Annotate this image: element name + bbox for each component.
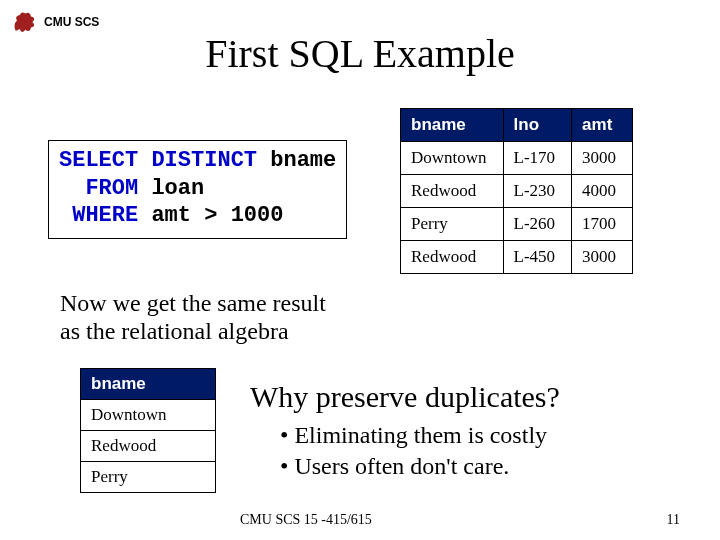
kw-select: SELECT [59, 148, 138, 173]
question-heading: Why preserve duplicates? [250, 380, 560, 414]
result-table: bname Downtown Redwood Perry [80, 368, 216, 493]
col-bname: bname [81, 369, 216, 400]
sql-query-box: SELECT DISTINCT bname FROM loan WHERE am… [48, 140, 347, 239]
kw-from: FROM [59, 176, 138, 201]
page-number: 11 [667, 512, 680, 528]
table-header-row: bname lno amt [401, 109, 633, 142]
table-row: Perry [81, 462, 216, 493]
loan-table: bname lno amt Downtown L-170 3000 Redwoo… [400, 108, 633, 274]
note-text: Now we get the same result as the relati… [60, 290, 326, 345]
slide-title: First SQL Example [0, 30, 720, 77]
kw-distinct: DISTINCT [151, 148, 257, 173]
table-row: Downtown L-170 3000 [401, 142, 633, 175]
col-bname: bname [401, 109, 504, 142]
table-row: Downtown [81, 400, 216, 431]
col-amt: amt [572, 109, 633, 142]
bullet-list: • Eliminating them is costly • Users oft… [280, 420, 547, 482]
table-row: Redwood [81, 431, 216, 462]
kw-where: WHERE [59, 203, 138, 228]
dept-label: CMU SCS [44, 15, 99, 29]
table-row: Perry L-260 1700 [401, 208, 633, 241]
list-item: • Users often don't care. [280, 451, 547, 482]
list-item: • Eliminating them is costly [280, 420, 547, 451]
col-lno: lno [503, 109, 572, 142]
table-row: Redwood L-450 3000 [401, 241, 633, 274]
table-header-row: bname [81, 369, 216, 400]
table-row: Redwood L-230 4000 [401, 175, 633, 208]
course-label: CMU SCS 15 -415/615 [240, 512, 372, 528]
